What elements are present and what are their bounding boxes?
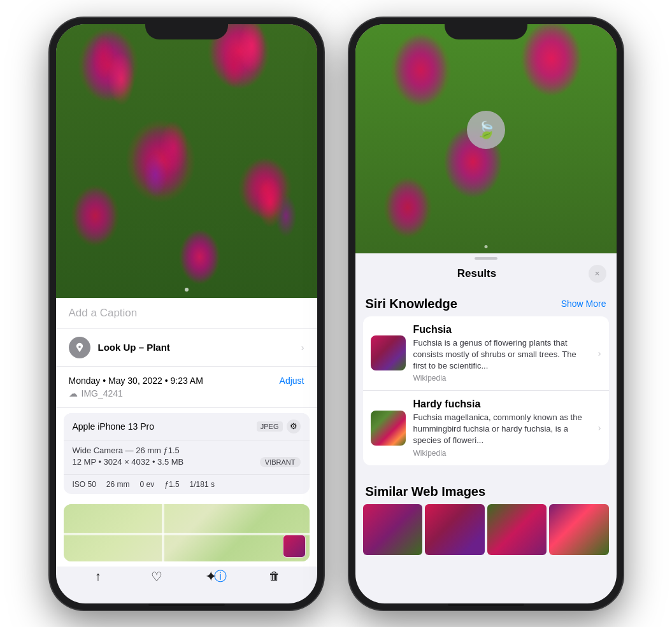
exif-focal: 26 mm <box>106 480 130 489</box>
notch-2 <box>445 18 527 39</box>
fuchsia-name: Fuchsia <box>413 324 590 335</box>
favorite-button[interactable] <box>143 563 171 591</box>
siri-avatar: 🍃 <box>467 111 505 149</box>
screen-1: Add a Caption Look Up – Plant › <box>56 24 317 603</box>
flower-photo-2: 🍃 <box>355 24 617 253</box>
cloud-icon: ☁ <box>69 388 78 398</box>
exif-ev: 0 ev <box>140 480 155 489</box>
toolbar: ✦ ⓘ <box>56 563 317 591</box>
fuchsia-chevron: › <box>598 348 601 358</box>
hardy-fuchsia-source: Wikipedia <box>413 449 590 458</box>
phone-2: 🍃 Results × Siri Knowledge Show <box>349 18 623 610</box>
similar-images-title: Similar Web Images <box>366 484 486 499</box>
exif-iso: ISO 50 <box>73 480 96 489</box>
hardy-fuchsia-chevron: › <box>598 423 601 433</box>
lookup-chevron: › <box>301 342 304 353</box>
siri-leaf-icon: 🍃 <box>476 120 496 140</box>
photo-date: Monday • May 30, 2022 • 9:23 AM <box>69 376 203 386</box>
similar-img-2[interactable] <box>425 504 485 555</box>
similar-images-grid <box>355 504 617 555</box>
device-name: Apple iPhone 13 Pro <box>73 421 154 432</box>
hardy-fuchsia-name: Hardy fuchsia <box>413 398 590 410</box>
fuchsia-thumb <box>371 335 406 370</box>
show-more-button[interactable]: Show More <box>561 299 606 309</box>
fuchsia-source: Wikipedia <box>413 374 590 383</box>
siri-dot <box>484 245 487 248</box>
lookup-row[interactable]: Look Up – Plant › <box>56 329 317 367</box>
caption-area[interactable]: Add a Caption <box>56 298 317 329</box>
similar-img-3[interactable] <box>487 504 547 555</box>
jpeg-badge: JPEG <box>257 421 283 432</box>
exif-aperture: ƒ1.5 <box>164 480 179 489</box>
notch-1 <box>145 18 228 39</box>
similar-section: Similar Web Images <box>355 474 617 560</box>
hardy-fuchsia-item[interactable]: Hardy fuchsia Fuchsia magellanica, commo… <box>363 390 609 465</box>
home-indicator-1 <box>148 603 225 606</box>
siri-knowledge-section: Siri Knowledge Show More Fuchsia Fuchsia… <box>355 288 617 474</box>
knowledge-card: Fuchsia Fuchsia is a genus of flowering … <box>363 316 609 465</box>
screen-2: 🍃 Results × Siri Knowledge Show <box>355 24 617 603</box>
page-indicator <box>185 288 189 292</box>
vibrant-badge: VIBRANT <box>260 457 301 467</box>
exif-shutter: 1/181 s <box>190 480 215 489</box>
results-title: Results <box>366 267 589 280</box>
close-button[interactable]: × <box>589 265 606 283</box>
hardy-fuchsia-thumb <box>371 411 406 446</box>
fuchsia-content: Fuchsia Fuchsia is a genus of flowering … <box>413 324 590 383</box>
home-indicator-2 <box>448 603 524 606</box>
similar-img-1[interactable] <box>363 504 423 555</box>
info-section: Add a Caption Look Up – Plant › <box>56 298 317 567</box>
fuchsia-desc: Fuchsia is a genus of flowering plants t… <box>413 337 590 372</box>
device-section: Apple iPhone 13 Pro JPEG ⚙ Wide Camera —… <box>64 413 310 494</box>
camera-type: Wide Camera — 26 mm ƒ1.5 <box>73 446 180 455</box>
meta-section: Monday • May 30, 2022 • 9:23 AM Adjust ☁… <box>56 367 317 408</box>
results-panel: Results × Siri Knowledge Show More <box>355 253 617 560</box>
drag-handle[interactable] <box>475 257 497 260</box>
share-button[interactable] <box>84 563 112 591</box>
mp-info: 12 MP • 3024 × 4032 • 3.5 MB <box>73 457 184 467</box>
lookup-icon <box>69 337 90 358</box>
results-header: Results × <box>355 253 617 288</box>
fuchsia-item[interactable]: Fuchsia Fuchsia is a genus of flowering … <box>363 316 609 391</box>
adjust-button[interactable]: Adjust <box>280 376 304 386</box>
siri-knowledge-title: Siri Knowledge <box>366 297 457 311</box>
caption-placeholder[interactable]: Add a Caption <box>69 307 138 319</box>
flower-photo-1[interactable] <box>56 24 317 298</box>
lookup-label: Look Up – Plant <box>98 342 170 353</box>
info-button[interactable]: ✦ ⓘ <box>202 563 230 591</box>
hardy-fuchsia-desc: Fuchsia magellanica, commonly known as t… <box>413 412 590 447</box>
similar-img-4[interactable] <box>549 504 609 555</box>
gear-icon[interactable]: ⚙ <box>287 419 301 433</box>
phone-1: Add a Caption Look Up – Plant › <box>50 18 324 610</box>
delete-button[interactable] <box>261 563 289 591</box>
map-preview[interactable] <box>64 504 310 561</box>
filename: IMG_4241 <box>82 388 123 398</box>
hardy-fuchsia-content: Hardy fuchsia Fuchsia magellanica, commo… <box>413 398 590 458</box>
